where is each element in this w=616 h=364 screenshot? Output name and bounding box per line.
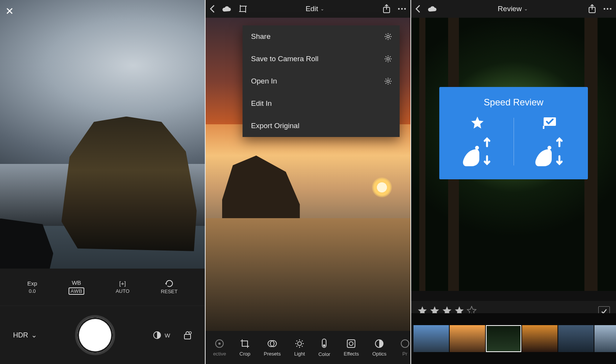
thumbnail[interactable] <box>413 325 449 352</box>
wb-value: AWB <box>69 287 84 295</box>
reset-label: RESET <box>161 289 177 294</box>
share-icon[interactable] <box>588 4 596 13</box>
cloud-icon[interactable] <box>222 5 232 12</box>
svg-point-9 <box>387 58 389 60</box>
svg-rect-1 <box>184 334 191 339</box>
review-mode-dropdown[interactable]: Review ⌄ <box>498 5 528 13</box>
svg-point-6 <box>401 8 403 10</box>
share-menu: Share Save to Camera Roll Open In Edit I… <box>243 25 400 137</box>
undo-icon <box>165 280 174 287</box>
edit-topbar: Edit ⌄ <box>206 0 410 18</box>
chevron-down-icon: ⌄ <box>31 331 37 339</box>
svg-point-10 <box>387 80 389 82</box>
reset-control[interactable]: RESET <box>161 280 177 294</box>
tool-presets[interactable]: Presets <box>264 339 281 357</box>
gear-icon[interactable] <box>384 55 392 63</box>
thumbnail[interactable] <box>558 325 594 352</box>
flag-icon <box>542 116 557 129</box>
gear-icon[interactable] <box>384 77 392 85</box>
tool-selective[interactable]: ective <box>213 339 226 357</box>
tool-optics[interactable]: Optics <box>372 339 387 357</box>
svg-point-19 <box>349 342 353 346</box>
svg-point-12 <box>218 342 221 345</box>
crop-overlay-icon[interactable] <box>239 5 247 13</box>
speed-review-rating-gesture <box>447 116 508 167</box>
edit-tool-strip: ective Crop Presets Light Color Effects <box>206 331 410 364</box>
menu-item-edit-in[interactable]: Edit In <box>243 92 400 115</box>
lock-icon[interactable] <box>183 331 192 340</box>
exposure-label: Exp <box>27 280 37 287</box>
thumbnail-active[interactable] <box>486 325 521 352</box>
hdr-mode-button[interactable]: HDR ⌄ <box>13 331 37 339</box>
bracket-value: AUTO <box>116 288 129 294</box>
tool-light[interactable]: Light <box>294 339 305 357</box>
star-icon <box>470 116 484 129</box>
review-pane: Review ⌄ Speed Review <box>411 0 616 364</box>
review-topbar: Review ⌄ <box>411 0 616 18</box>
filter-button[interactable]: W <box>153 331 170 340</box>
menu-item-share[interactable]: Share <box>243 25 400 48</box>
menu-item-export-original[interactable]: Export Original <box>243 115 400 137</box>
svg-point-7 <box>404 8 406 10</box>
white-balance-control[interactable]: WB AWB <box>69 279 84 295</box>
camera-pane: ✕ Exp 0.0 WB AWB [+] AUTO <box>0 0 205 364</box>
hdr-label: HDR <box>13 331 28 339</box>
back-icon[interactable] <box>209 5 215 13</box>
svg-point-24 <box>607 8 608 10</box>
thumbnail[interactable] <box>594 325 616 352</box>
swipe-up-down-icon <box>460 135 495 167</box>
speed-review-overlay: Speed Review <box>439 87 588 179</box>
svg-point-8 <box>387 35 389 38</box>
tool-color[interactable]: Color <box>318 338 330 357</box>
tool-effects[interactable]: Effects <box>344 339 359 357</box>
more-icon[interactable] <box>397 7 407 10</box>
svg-rect-3 <box>240 6 246 12</box>
chevron-down-icon: ⌄ <box>320 6 324 12</box>
svg-point-5 <box>398 8 400 10</box>
menu-item-open-in[interactable]: Open In <box>243 70 400 92</box>
bracket-icon: [+] <box>119 280 126 287</box>
svg-point-15 <box>298 342 301 346</box>
filmstrip[interactable] <box>411 313 616 364</box>
svg-point-25 <box>610 8 611 10</box>
close-icon[interactable]: ✕ <box>5 5 14 17</box>
share-icon[interactable] <box>383 4 390 13</box>
edit-pane: Edit ⌄ Share Save <box>206 0 410 364</box>
svg-rect-18 <box>347 340 355 347</box>
back-icon[interactable] <box>415 5 420 13</box>
tool-crop[interactable]: Crop <box>239 339 250 357</box>
more-icon[interactable] <box>603 7 612 10</box>
swipe-up-down-icon <box>532 135 567 167</box>
svg-point-17 <box>323 344 325 347</box>
chevron-down-icon: ⌄ <box>524 6 528 12</box>
svg-point-2 <box>189 332 191 334</box>
shutter-button[interactable] <box>75 315 115 355</box>
divider <box>514 118 514 165</box>
thumbnail[interactable] <box>522 325 557 352</box>
bracketing-control[interactable]: [+] AUTO <box>116 280 129 294</box>
cloud-icon[interactable] <box>427 5 437 12</box>
wb-label: WB <box>72 279 81 286</box>
edit-mode-dropdown[interactable]: Edit ⌄ <box>306 5 325 13</box>
gear-icon[interactable] <box>384 33 392 40</box>
svg-point-26 <box>475 146 479 150</box>
menu-item-save-camera-roll[interactable]: Save to Camera Roll <box>243 48 400 70</box>
thumbnail[interactable] <box>450 325 485 352</box>
camera-controls-bar: Exp 0.0 WB AWB [+] AUTO RESET <box>0 269 205 364</box>
exposure-control[interactable]: Exp 0.0 <box>27 280 37 294</box>
svg-point-28 <box>547 146 551 150</box>
speed-review-flag-gesture <box>519 116 581 167</box>
svg-point-21 <box>401 340 409 347</box>
tool-profile[interactable]: Pr <box>400 339 410 357</box>
exposure-value: 0.0 <box>29 288 36 294</box>
svg-point-23 <box>604 8 605 10</box>
speed-review-title: Speed Review <box>447 97 580 108</box>
